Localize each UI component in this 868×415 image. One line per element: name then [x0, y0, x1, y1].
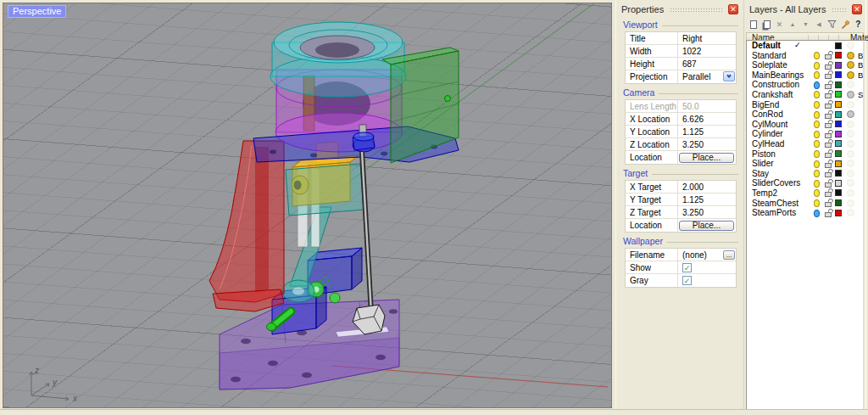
- delete-layer-button[interactable]: ✕: [774, 19, 785, 31]
- layer-color-swatch[interactable]: [835, 81, 842, 88]
- layer-color-swatch[interactable]: [835, 160, 842, 167]
- layer-row[interactable]: Temp2 ✓: [747, 188, 863, 199]
- layer-color-swatch[interactable]: [835, 150, 842, 157]
- layer-visibility-bulb-icon[interactable]: [814, 131, 820, 138]
- layer-lock-icon[interactable]: [825, 123, 832, 128]
- viewport-width-value[interactable]: 1022: [678, 45, 736, 58]
- layer-row[interactable]: ConRod ✓: [747, 109, 863, 120]
- perspective-viewport[interactable]: Perspective: [3, 3, 612, 408]
- layer-row[interactable]: Standard ✓ Brass: [747, 51, 863, 61]
- layer-lock-icon[interactable]: [825, 74, 832, 79]
- layer-color-swatch[interactable]: [835, 210, 842, 216]
- gray-checkbox[interactable]: ✓: [682, 276, 692, 285]
- model-crosshead[interactable]: [286, 164, 364, 216]
- camera-y-value[interactable]: 1.125: [678, 126, 736, 138]
- move-layer-left-button[interactable]: ◀: [813, 19, 824, 31]
- layer-row[interactable]: SteamPorts ✓: [747, 208, 863, 218]
- layer-color-swatch[interactable]: [835, 189, 842, 196]
- layer-visibility-bulb-icon[interactable]: [814, 101, 820, 109]
- layer-filter-button[interactable]: [826, 19, 837, 31]
- layer-lock-icon[interactable]: [825, 163, 832, 168]
- viewport-title-value[interactable]: Right: [678, 32, 736, 45]
- layer-material-circle[interactable]: [847, 101, 854, 109]
- layer-lock-icon[interactable]: [825, 114, 832, 119]
- layer-material-circle[interactable]: [847, 199, 854, 207]
- target-z-value[interactable]: 3.250: [678, 206, 736, 219]
- layer-row[interactable]: Soleplate ✓ Brass: [747, 60, 863, 70]
- layer-lock-icon[interactable]: [825, 143, 832, 148]
- duplicate-layer-button[interactable]: [760, 19, 771, 31]
- layer-row[interactable]: Default ✓: [747, 41, 863, 51]
- layer-lock-icon[interactable]: [825, 202, 832, 207]
- viewport-title-label[interactable]: Perspective: [8, 5, 66, 18]
- layer-material-circle[interactable]: [847, 110, 854, 118]
- layer-material-circle[interactable]: [847, 189, 854, 197]
- layer-color-swatch[interactable]: [835, 121, 842, 127]
- layer-row[interactable]: CylHead ✓: [747, 139, 863, 149]
- layer-material-circle[interactable]: [847, 160, 854, 167]
- layer-lock-icon[interactable]: [825, 212, 832, 217]
- layer-lock-icon[interactable]: [825, 133, 832, 138]
- close-icon[interactable]: ✕: [852, 4, 862, 14]
- layer-visibility-bulb-icon[interactable]: [814, 91, 820, 98]
- browse-file-button[interactable]: ...: [723, 250, 735, 260]
- layer-color-swatch[interactable]: [835, 111, 842, 118]
- layer-row[interactable]: SteamChest ✓: [747, 199, 863, 209]
- layer-lock-icon[interactable]: [825, 192, 832, 197]
- layer-visibility-bulb-icon[interactable]: [814, 111, 820, 119]
- layer-color-swatch[interactable]: [835, 101, 842, 108]
- layer-lock-icon[interactable]: [825, 172, 832, 177]
- layer-material-circle[interactable]: [847, 179, 854, 187]
- layer-lock-icon[interactable]: [825, 84, 832, 89]
- new-layer-button[interactable]: [748, 19, 759, 31]
- layer-visibility-bulb-icon[interactable]: [814, 71, 820, 79]
- layer-row[interactable]: SliderCovers ✓: [747, 178, 863, 188]
- layer-color-swatch[interactable]: [835, 42, 842, 49]
- layer-lock-icon[interactable]: [825, 104, 832, 109]
- layer-visibility-bulb-icon[interactable]: [814, 170, 820, 177]
- target-place-button[interactable]: Place...: [679, 221, 734, 231]
- layer-material-circle[interactable]: [847, 209, 854, 216]
- layer-row[interactable]: Cylinder ✓: [747, 129, 863, 139]
- layer-visibility-bulb-icon[interactable]: [814, 199, 820, 207]
- show-checkbox[interactable]: ✓: [682, 263, 692, 272]
- layer-lock-icon[interactable]: [825, 153, 832, 158]
- panel-grip-handle[interactable]: [832, 8, 848, 14]
- layer-lock-icon[interactable]: [825, 64, 832, 70]
- projection-dropdown-button[interactable]: [723, 71, 735, 81]
- layer-material-circle[interactable]: [847, 42, 854, 49]
- layer-visibility-bulb-icon[interactable]: [814, 180, 820, 188]
- target-y-value[interactable]: 1.125: [678, 193, 736, 206]
- layer-row[interactable]: Stay ✓: [747, 169, 863, 179]
- layer-material-circle[interactable]: [847, 130, 854, 137]
- camera-z-value[interactable]: 3.250: [678, 138, 736, 151]
- camera-place-button[interactable]: Place...: [679, 153, 734, 163]
- close-icon[interactable]: ✕: [728, 4, 738, 14]
- layer-visibility-bulb-icon[interactable]: [814, 160, 820, 168]
- layer-material-circle[interactable]: [847, 170, 854, 177]
- layer-color-swatch[interactable]: [835, 52, 842, 59]
- layer-lock-icon[interactable]: [825, 182, 832, 188]
- layer-lock-icon[interactable]: [825, 54, 832, 59]
- layer-material-circle[interactable]: [847, 61, 854, 69]
- move-layer-down-button[interactable]: ▼: [800, 19, 811, 31]
- layer-row[interactable]: CylMount ✓: [747, 120, 863, 130]
- viewport-height-value[interactable]: 687: [678, 58, 736, 70]
- layer-color-swatch[interactable]: [835, 62, 842, 69]
- target-x-value[interactable]: 2.000: [678, 181, 736, 193]
- layer-color-swatch[interactable]: [835, 170, 842, 177]
- panel-grip-handle[interactable]: [670, 8, 724, 14]
- layer-color-swatch[interactable]: [835, 91, 842, 98]
- layer-visibility-bulb-icon[interactable]: [814, 140, 820, 148]
- help-button[interactable]: ?: [853, 19, 864, 31]
- layer-visibility-bulb-icon[interactable]: [814, 52, 820, 59]
- layer-material-circle[interactable]: [847, 140, 854, 148]
- layer-color-swatch[interactable]: [835, 180, 842, 187]
- layer-material-circle[interactable]: [847, 121, 854, 128]
- layer-color-swatch[interactable]: [835, 199, 842, 206]
- layer-visibility-bulb-icon[interactable]: [814, 121, 820, 128]
- layer-visibility-bulb-icon[interactable]: [814, 81, 820, 89]
- layer-visibility-bulb-icon[interactable]: [814, 189, 820, 197]
- layer-row[interactable]: Crankshaft ✓ Steel: [747, 90, 863, 100]
- layer-visibility-bulb-icon[interactable]: [814, 210, 820, 217]
